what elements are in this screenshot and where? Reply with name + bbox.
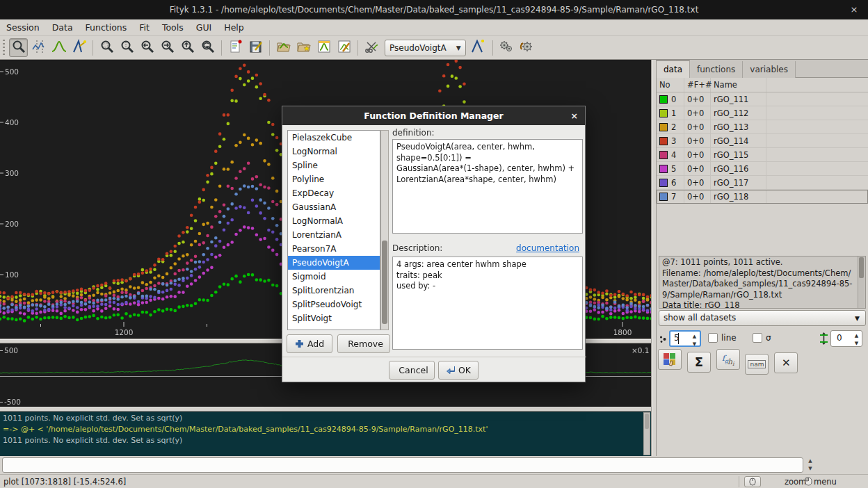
checkbox-icon[interactable] (753, 333, 762, 343)
dataset-color-swatch[interactable] (659, 109, 668, 117)
function-item-PseudoVoigtA[interactable]: PseudoVoigtA (288, 256, 380, 270)
point-size-spinner[interactable]: 5 ▲▼ (669, 330, 701, 347)
menu-session[interactable]: Session (0, 19, 46, 36)
function-item-Polyline[interactable]: Polyline (288, 172, 380, 186)
console-scrollbar-thumb[interactable] (645, 414, 649, 429)
tab-data[interactable]: data (657, 60, 690, 78)
save-session-button[interactable] (246, 38, 265, 57)
checkbox-icon[interactable] (708, 333, 718, 343)
function-item-SplitLorentzian[interactable]: SplitLorentzian (288, 284, 380, 298)
dataset-color-swatch[interactable] (659, 165, 668, 173)
dataset-row-rGO_111[interactable]: 00+0rGO_111 (657, 92, 868, 106)
tab-variables[interactable]: variables (743, 61, 796, 79)
menu-functions[interactable]: Functions (79, 19, 134, 36)
window-close-icon[interactable]: × (847, 4, 861, 15)
data-transform-button[interactable] (362, 38, 381, 57)
dataset-colors-button[interactable] (658, 349, 682, 370)
dataset-color-swatch[interactable] (659, 95, 668, 104)
tab-functions[interactable]: functions (690, 61, 743, 79)
spin-down-icon[interactable]: ▼ (805, 465, 816, 473)
data-table-button[interactable] (314, 38, 333, 57)
cancel-button[interactable]: Cancel (389, 361, 435, 380)
activate-function-mode-button[interactable] (70, 38, 88, 57)
info-scrollbar[interactable] (858, 257, 865, 308)
point-size-arrows[interactable]: ▲▼ (690, 333, 699, 348)
plus-icon (295, 339, 304, 348)
menu-gui[interactable]: GUI (190, 19, 218, 36)
add-button[interactable]: Add (287, 334, 332, 353)
function-list-scrollbar[interactable] (380, 130, 389, 330)
function-list-scrollbar-thumb[interactable] (382, 241, 387, 324)
remove-button[interactable]: Remove (337, 334, 390, 353)
function-item-Spline[interactable]: Spline (288, 158, 380, 172)
copy-functions-button[interactable]: fghi (716, 349, 740, 370)
zoom-left-button[interactable] (138, 38, 156, 57)
data-editor-button[interactable] (335, 38, 353, 57)
delete-dataset-button[interactable]: ✕ (774, 352, 798, 373)
zoom-mode-button[interactable] (9, 38, 28, 57)
definition-textarea[interactable]: PseudoVoigtA(area, center, hwhm, shape=0… (392, 139, 583, 234)
dataset-color-swatch[interactable] (659, 151, 668, 159)
run-fit-button[interactable] (497, 38, 516, 57)
add-function-button[interactable] (469, 38, 488, 57)
add-peak-mode-button[interactable] (49, 38, 68, 57)
dialog-close-icon[interactable]: × (571, 106, 578, 125)
menu-data[interactable]: Data (46, 19, 79, 36)
dataset-row-rGO_114[interactable]: 30+0rGO_114 (657, 134, 868, 148)
menu-fit[interactable]: Fit (133, 19, 156, 36)
dataset-color-swatch[interactable] (659, 123, 668, 131)
command-input[interactable] (2, 457, 803, 473)
window-curve-icon (316, 39, 332, 56)
command-history-spinner[interactable]: ▲ ▼ (805, 457, 816, 473)
dialog-titlebar[interactable]: Function Definition Manager × (282, 106, 585, 125)
spin-up-icon[interactable]: ▲ (805, 457, 816, 465)
function-item-Pearson7A[interactable]: Pearson7A (288, 242, 380, 256)
dataset-color-swatch[interactable] (659, 193, 668, 201)
dataset-filter-select[interactable]: show all datasets ▼ (659, 310, 866, 326)
function-item-LogNormalA[interactable]: LogNormalA (288, 214, 380, 228)
dataset-color-swatch[interactable] (659, 137, 668, 145)
function-item-GaussianA[interactable]: GaussianA (288, 200, 380, 214)
sum-datasets-button[interactable]: Σ (687, 352, 711, 373)
function-item-ExpDecay[interactable]: ExpDecay (288, 186, 380, 200)
zoom-vertical-button[interactable] (118, 38, 136, 57)
dataset-row-rGO_112[interactable]: 10+0rGO_112 (657, 106, 868, 120)
dataset-row-rGO_117[interactable]: 60+0rGO_117 (657, 176, 868, 190)
function-item-SplitPseudoVoigt[interactable]: SplitPseudoVoigt (288, 298, 380, 311)
function-item-SplitVoigt[interactable]: SplitVoigt (288, 311, 380, 325)
function-item-LogNormal[interactable]: LogNormal (288, 145, 380, 158)
dataset-row-rGO_115[interactable]: 40+0rGO_115 (657, 148, 868, 162)
edit-script-button[interactable] (226, 38, 245, 57)
zoom-all-button[interactable] (97, 38, 116, 57)
function-type-select[interactable]: PseudoVoigtA ▼ (385, 40, 466, 56)
menu-tools[interactable]: Tools (156, 19, 190, 36)
rename-dataset-button[interactable]: nam (745, 354, 769, 375)
ok-button[interactable]: OK (438, 361, 479, 380)
info-scrollbar-thumb[interactable] (859, 257, 864, 278)
mouse-hints-button[interactable] (744, 476, 761, 487)
dataset-color-swatch[interactable] (659, 179, 668, 187)
shift-arrows[interactable]: ▲▼ (852, 332, 861, 348)
dataset-row-rGO_116[interactable]: 50+0rGO_116 (657, 162, 868, 176)
function-list[interactable]: PielaszekCubeLogNormalSplinePolylineExpD… (287, 130, 380, 330)
function-item-LorentzianA[interactable]: LorentzianA (288, 228, 380, 242)
menu-help[interactable]: Help (218, 19, 250, 36)
sidebar-splitter[interactable] (651, 60, 657, 456)
function-item-PielaszekCube[interactable]: PielaszekCube (288, 131, 380, 145)
line-checkbox[interactable]: line (708, 333, 737, 343)
open-data-merge-button[interactable] (294, 38, 313, 57)
plot-splitter-bottom[interactable] (0, 407, 651, 412)
function-item-Sigmoid[interactable]: Sigmoid (288, 270, 380, 284)
dataset-row-rGO_113[interactable]: 20+0rGO_113 (657, 120, 868, 134)
open-data-button[interactable] (274, 38, 293, 57)
dataset-row-rGO_118[interactable]: 70+0rGO_118 (657, 190, 868, 204)
undo-zoom-button[interactable] (198, 38, 217, 57)
data-range-mode-button[interactable] (29, 38, 48, 57)
zoom-right-button[interactable] (158, 38, 177, 57)
shift-spinner[interactable]: 0 ▲▼ (830, 330, 862, 347)
sigma-checkbox[interactable]: σ (753, 333, 771, 343)
documentation-link[interactable]: documentation (516, 243, 579, 253)
zoom-up-button[interactable] (178, 38, 197, 57)
undo-fit-button[interactable] (517, 38, 536, 57)
console-scrollbar[interactable] (643, 412, 650, 455)
